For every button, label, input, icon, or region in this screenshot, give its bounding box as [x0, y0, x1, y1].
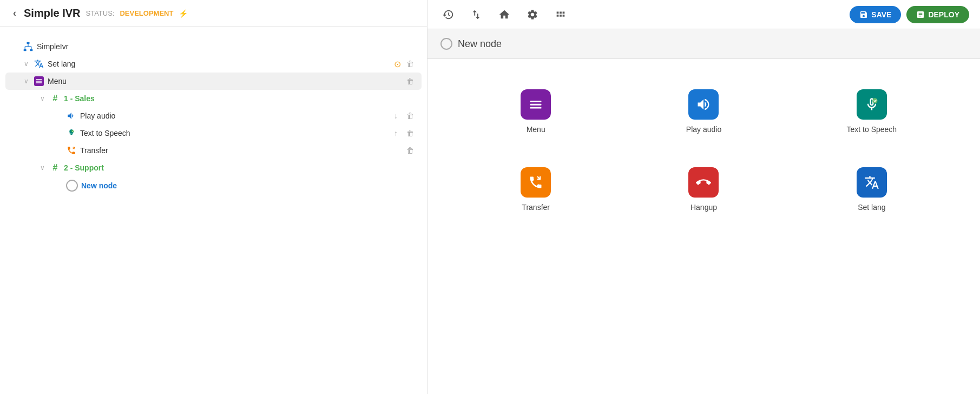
menu-card-icon: [521, 89, 551, 120]
hangup-card-icon: [688, 167, 719, 198]
set-lang-card-label: Set lang: [858, 203, 885, 212]
new-node-bar: New node: [427, 29, 980, 59]
tree-node-root[interactable]: SimpleIvr: [5, 38, 422, 55]
sales-chevron: ∨: [38, 95, 47, 102]
hierarchy-icon: [23, 41, 34, 52]
new-node-circle-icon: [66, 180, 78, 192]
history-btn[interactable]: [438, 5, 458, 24]
tree-node-sales[interactable]: ∨ # 1 - Sales: [5, 90, 422, 107]
transfer-actions: 🗑: [404, 145, 416, 156]
play-audio-down-btn[interactable]: ↓: [392, 110, 400, 121]
mic-icon: [66, 128, 77, 139]
play-audio-card-icon: [688, 89, 719, 120]
node-card-hangup[interactable]: Hangup: [628, 159, 779, 220]
tts-card-label: Text to Speech: [847, 125, 897, 134]
new-node-bar-circle: [440, 38, 452, 50]
tts-up-btn[interactable]: ↑: [392, 128, 400, 139]
app-title: Simple IVR: [24, 7, 80, 19]
new-node-label: New node: [81, 181, 416, 190]
right-toolbar: [438, 5, 570, 24]
root-label: SimpleIvr: [37, 42, 416, 51]
app-header: ‹ Simple IVR STATUS: DEVELOPMENT ⚡: [0, 0, 427, 27]
set-lang-actions: 🗑: [404, 58, 416, 69]
svg-rect-8: [36, 79, 42, 80]
save-button[interactable]: SAVE: [850, 6, 901, 23]
menu-delete-btn[interactable]: 🗑: [404, 76, 416, 87]
volume-icon: [66, 110, 77, 121]
support-chevron: ∨: [38, 164, 47, 172]
translate-icon: [34, 58, 44, 69]
tree-node-transfer[interactable]: Transfer 🗑: [5, 142, 422, 159]
tree-node-set-lang[interactable]: ∨ Set lang ⊙ 🗑: [5, 55, 422, 73]
import-btn[interactable]: [495, 5, 514, 24]
svg-rect-13: [530, 101, 542, 102]
tree-area: SimpleIvr ∨ Set lang ⊙ 🗑 ∨: [0, 27, 427, 394]
status-label: STATUS:: [85, 9, 114, 17]
transfer-card-label: Transfer: [522, 203, 550, 212]
svg-point-12: [71, 130, 74, 133]
menu-label: Menu: [48, 77, 401, 86]
settings-btn[interactable]: [523, 5, 542, 24]
tts-actions: ↑ 🗑: [392, 128, 416, 139]
svg-point-16: [872, 98, 877, 103]
right-panel: SAVE DEPLOY New node Menu: [427, 0, 980, 394]
menu-card-label: Menu: [527, 125, 545, 134]
deploy-button[interactable]: DEPLOY: [906, 6, 969, 23]
set-lang-card-icon: [857, 167, 887, 198]
svg-rect-14: [530, 104, 542, 106]
right-header: SAVE DEPLOY: [427, 0, 980, 29]
transfer-icon: [66, 145, 77, 156]
menu-node-icon: [34, 76, 44, 87]
tree-node-support[interactable]: ∨ # 2 - Support: [5, 159, 422, 176]
support-label: 2 - Support: [64, 163, 416, 172]
status-value: DEVELOPMENT: [120, 9, 173, 17]
left-panel: ‹ Simple IVR STATUS: DEVELOPMENT ⚡: [0, 0, 427, 394]
menu-chevron: ∨: [22, 77, 30, 85]
svg-rect-0: [27, 42, 30, 44]
transfer-delete-btn[interactable]: 🗑: [404, 145, 416, 156]
svg-rect-10: [36, 82, 42, 83]
sales-hash-icon: #: [50, 93, 61, 104]
export-btn[interactable]: [466, 5, 486, 24]
set-lang-delete-btn[interactable]: 🗑: [404, 58, 416, 69]
tree-node-new-node[interactable]: New node: [5, 176, 422, 195]
node-grid: Menu Play audio Text to Speech: [427, 59, 980, 242]
node-card-transfer[interactable]: Transfer: [460, 159, 611, 220]
tree-node-play-audio[interactable]: Play audio ↓ 🗑: [5, 107, 422, 124]
tts-card-icon: [857, 89, 887, 120]
menu-actions: 🗑: [404, 76, 416, 87]
support-hash-icon: #: [50, 162, 61, 173]
grid-btn[interactable]: [551, 5, 570, 24]
transfer-card-icon: [521, 167, 551, 198]
node-card-play-audio[interactable]: Play audio: [628, 81, 779, 142]
transfer-label: Transfer: [80, 146, 401, 155]
node-card-tts[interactable]: Text to Speech: [796, 81, 948, 142]
sales-label: 1 - Sales: [64, 94, 416, 103]
back-button[interactable]: ‹: [11, 8, 18, 19]
warning-icon: ⊙: [394, 59, 401, 69]
node-card-menu[interactable]: Menu: [460, 81, 611, 142]
node-card-set-lang[interactable]: Set lang: [796, 159, 948, 220]
tts-delete-btn[interactable]: 🗑: [404, 128, 416, 139]
tts-label: Text to Speech: [80, 129, 389, 137]
set-lang-chevron: ∨: [22, 60, 30, 68]
new-node-bar-label: New node: [458, 38, 502, 50]
hangup-card-label: Hangup: [690, 203, 717, 212]
tree-node-tts[interactable]: Text to Speech ↑ 🗑: [5, 124, 422, 142]
svg-rect-9: [36, 81, 42, 82]
tree-node-menu[interactable]: ∨ Menu 🗑: [5, 73, 422, 90]
status-icon: ⚡: [179, 9, 188, 18]
play-audio-actions: ↓ 🗑: [392, 110, 416, 121]
play-audio-card-label: Play audio: [686, 125, 721, 134]
set-lang-label: Set lang: [48, 60, 391, 68]
play-audio-delete-btn[interactable]: 🗑: [404, 110, 416, 121]
header-buttons: SAVE DEPLOY: [850, 6, 969, 23]
svg-rect-1: [24, 49, 27, 51]
play-audio-label: Play audio: [80, 111, 389, 120]
svg-rect-2: [30, 49, 32, 51]
header-left: ‹ Simple IVR STATUS: DEVELOPMENT ⚡: [11, 7, 188, 19]
svg-rect-15: [530, 107, 542, 109]
